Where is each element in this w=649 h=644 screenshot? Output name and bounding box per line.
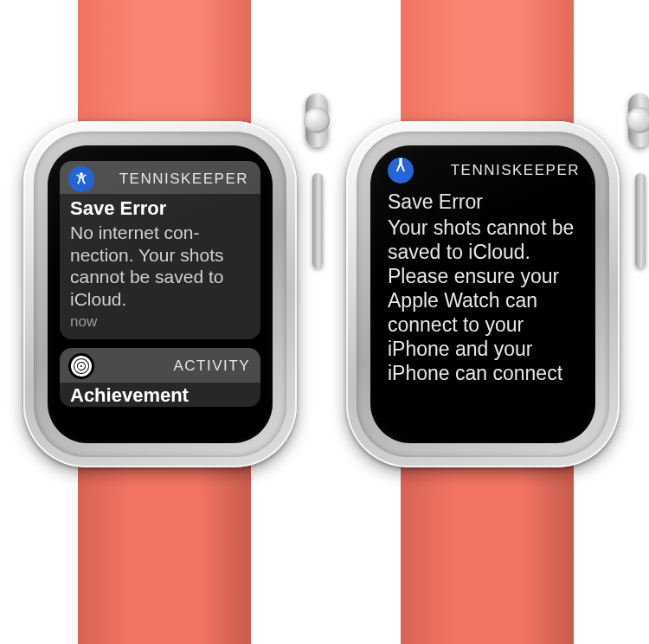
svg-point-0 xyxy=(80,172,83,176)
notification-card-tenniskeeper[interactable]: TENNISKEEPER Save Error No internet con­… xyxy=(60,161,260,339)
digital-crown[interactable] xyxy=(305,93,328,147)
notification-app-name: ACTIVITY xyxy=(103,357,250,375)
watch-case: TENNISKEEPER Save Error Your shots canno… xyxy=(346,121,620,467)
side-button[interactable] xyxy=(635,173,646,268)
notification-header: TENNISKEEPER xyxy=(60,161,260,194)
watch-band-bottom xyxy=(401,450,574,644)
notification-title: Achievement xyxy=(60,383,260,407)
notification-center[interactable]: TENNISKEEPER Save Error No internet con­… xyxy=(48,145,273,407)
side-button[interactable] xyxy=(312,173,323,268)
digital-crown[interactable] xyxy=(628,93,649,147)
notification-title: Save Error xyxy=(70,197,250,220)
notification-detail[interactable]: TENNISKEEPER Save Error Your shots canno… xyxy=(370,145,595,385)
tenniskeeper-icon xyxy=(388,158,414,184)
notification-body: No internet con­nection. Your shots cann… xyxy=(70,222,250,310)
notification-title: Save Error xyxy=(388,190,580,214)
notification-header: TENNISKEEPER xyxy=(388,158,580,184)
notification-body: Your shots cannot be saved to iCloud. Pl… xyxy=(388,216,580,385)
watch-band-bottom xyxy=(78,450,251,644)
notification-header: ACTIVITY xyxy=(60,348,260,383)
tenniskeeper-icon xyxy=(68,166,94,192)
activity-rings-icon xyxy=(68,353,94,379)
notification-app-name: TENNISKEEPER xyxy=(103,171,250,188)
watch-left: TENNISKEEPER Save Error No internet con­… xyxy=(13,0,316,644)
watch-right: TENNISKEEPER Save Error Your shots canno… xyxy=(336,0,639,644)
notification-app-name: TENNISKEEPER xyxy=(422,162,580,179)
watch-screen[interactable]: TENNISKEEPER Save Error No internet con­… xyxy=(48,145,273,443)
notification-timestamp: now xyxy=(70,313,250,331)
watch-case: TENNISKEEPER Save Error No internet con­… xyxy=(23,121,297,467)
watch-screen[interactable]: TENNISKEEPER Save Error Your shots canno… xyxy=(370,145,595,443)
notification-card-activity[interactable]: ACTIVITY Achievement xyxy=(60,348,260,407)
